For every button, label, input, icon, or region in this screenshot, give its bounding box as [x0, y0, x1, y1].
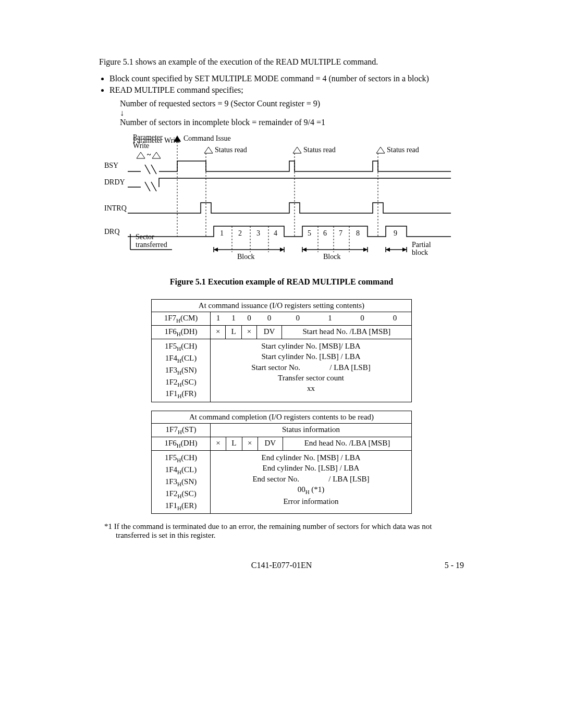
svg-marker-20: [363, 248, 368, 252]
svg-text:transferred: transferred: [136, 241, 167, 249]
timing-diagram: .l { stroke:#000; stroke-width:1.5; fill…: [104, 132, 459, 268]
issuance-table: At command issuance (I/O registers setti…: [151, 299, 412, 402]
table1-title: At command issuance (I/O registers setti…: [152, 300, 412, 312]
sector-num: 8: [356, 229, 360, 237]
svg-marker-22: [402, 248, 407, 252]
down-arrow-icon: ↓: [120, 108, 464, 118]
svg-marker-18: [280, 248, 284, 252]
bullet-2a: READ MULTIPLE command specifies;: [109, 85, 243, 94]
sector-num: 1: [220, 229, 224, 237]
svg-text:block: block: [412, 249, 428, 256]
triangle-icon: [137, 152, 145, 158]
bullet-2: READ MULTIPLE command specifies;: [109, 85, 464, 95]
bullet-1: Block count specified by SET MULTIPLE MO…: [109, 74, 464, 83]
label-block: Block: [323, 253, 340, 261]
triangle-icon: [152, 152, 161, 158]
sector-num: 3: [256, 229, 260, 237]
svg-text:Write: Write: [133, 142, 149, 150]
reg-dh-2: 1F6H(DH): [152, 437, 211, 451]
status-read-marker-icon: [204, 147, 213, 153]
svg-marker-21: [386, 248, 390, 252]
reg-block-values: Start cylinder No. [MSB]/ LBA Start cyli…: [211, 339, 412, 402]
footer-docnum: C141-E077-01EN: [251, 561, 312, 570]
sector-num: 9: [394, 229, 397, 237]
svg-marker-19: [302, 248, 307, 252]
label-drq: DRQ: [104, 228, 120, 236]
reg-st: 1F7H(ST): [152, 424, 211, 437]
completion-table: At command completion (I/O registers con…: [151, 411, 412, 514]
label-command-issue: Command Issue: [183, 134, 231, 142]
label-block: Block: [237, 253, 254, 261]
reg-block-labels-2: 1F5H(CH) 1F4H(CL) 1F3H(SN) 1F2H(SC) 1F1H…: [152, 451, 211, 514]
sector-num: 7: [339, 229, 342, 237]
bullet-list: Block count specified by SET MULTIPLE MO…: [109, 74, 464, 95]
sector-num: 5: [308, 229, 311, 237]
reg-cm: 1F7H(CM): [152, 312, 211, 326]
svg-text:Partial: Partial: [412, 241, 431, 249]
svg-text:~: ~: [147, 151, 151, 159]
sector-num: 4: [274, 229, 277, 237]
label-drdy: DRDY: [104, 178, 125, 186]
svg-text:Sector: Sector: [136, 233, 154, 241]
label-status-read-2: Status read: [303, 146, 336, 154]
svg-marker-17: [214, 248, 218, 252]
bullet-2b: Number of requested sectors = 9 (Sector …: [120, 99, 464, 108]
footnote: *1 If the command is terminated due to a…: [104, 522, 464, 540]
footer-page: 5 - 19: [445, 561, 464, 570]
reg-dh: 1F6H(DH): [152, 326, 211, 339]
table2-title: At command completion (I/O registers con…: [152, 411, 412, 424]
svg-text:Parameter: Parameter: [133, 133, 163, 141]
label-intrq: INTRQ: [104, 204, 127, 212]
bullet-2d: Number of sectors in incomplete block = …: [120, 118, 464, 127]
reg-block-values-2: End cylinder No. [MSB] / LBA End cylinde…: [211, 451, 412, 514]
status-read-marker-icon: [376, 147, 385, 153]
reg-block-labels: 1F5H(CH) 1F4H(CL) 1F3H(SN) 1F2H(SC) 1F1H…: [152, 339, 211, 402]
label-status-read-1: Status read: [215, 146, 247, 154]
status-read-marker-icon: [293, 147, 301, 153]
sector-num: 6: [323, 229, 327, 237]
intro-text: Figure 5.1 shows an example of the execu…: [99, 57, 464, 67]
sector-num: 2: [238, 229, 242, 237]
label-bsy: BSY: [104, 162, 118, 169]
figure-caption: Figure 5.1 Execution example of READ MUL…: [99, 277, 464, 287]
label-status-read-3: Status read: [387, 146, 419, 154]
